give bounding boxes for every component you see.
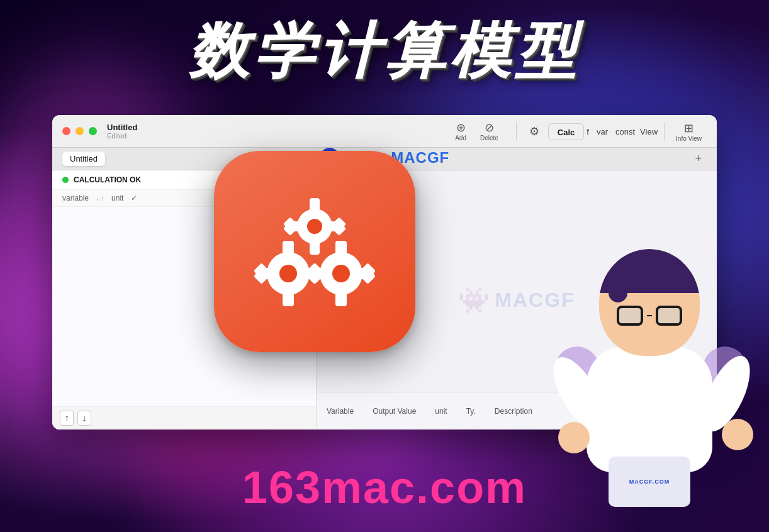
output-col-description: Description [495, 407, 532, 416]
info-view-icon: ⊞ [684, 121, 693, 135]
svg-rect-13 [283, 291, 294, 306]
calc-settings-button[interactable]: ⚙ [523, 123, 546, 140]
maximize-button[interactable] [89, 127, 97, 135]
hand-left [558, 422, 590, 453]
separator-1 [516, 123, 517, 140]
window-title: Untitled [107, 123, 137, 133]
window-subtitle: Edited [107, 132, 137, 140]
view-label: View [640, 127, 658, 136]
unit-col-label: unit [111, 194, 123, 202]
delete-label: Delete [480, 135, 498, 141]
status-dot [62, 177, 69, 183]
output-col-type: Ty. [466, 407, 476, 416]
character-body: MACGF.COM [587, 346, 712, 472]
svg-rect-22 [335, 241, 347, 256]
add-button[interactable]: ⊕ Add [449, 119, 473, 144]
glass-bridge [647, 315, 652, 316]
add-delete-group: ⊕ Add ⊘ Delete [449, 119, 505, 144]
delete-icon: ⊘ [485, 122, 494, 133]
view-labels: f var const [587, 127, 635, 136]
glass-left [617, 306, 643, 326]
variable-col-label: variable [62, 194, 89, 202]
f-label: f [587, 127, 589, 136]
close-button[interactable] [62, 127, 70, 135]
svg-rect-12 [283, 241, 294, 256]
window-title-area: Untitled Edited [107, 123, 137, 140]
svg-point-1 [307, 219, 322, 234]
titlebar: Untitled Edited ⊕ Add ⊘ Delete ⚙ Calc [52, 115, 717, 148]
right-watermark-icon: 👾 [458, 285, 490, 315]
toolbar-right: ⊕ Add ⊘ Delete ⚙ Calc f var const Vie [449, 115, 717, 148]
const-label: const [615, 127, 635, 136]
hand-right [722, 419, 753, 450]
app-icon [214, 151, 415, 352]
character: MACGF.COM [542, 249, 756, 519]
info-view-label: Info View [676, 135, 702, 142]
check-col: ✓ [131, 194, 137, 202]
status-text: CALCULATION OK [74, 175, 141, 184]
var-label: var [597, 127, 608, 136]
calc-button[interactable]: Calc [548, 123, 584, 140]
output-col-unit: unit [435, 407, 447, 416]
svg-rect-3 [310, 241, 320, 255]
output-col-variable: Variable [327, 407, 354, 416]
calc-label: Calc [558, 128, 575, 137]
svg-point-11 [279, 265, 297, 282]
character-head [599, 249, 700, 356]
hair-front [609, 284, 627, 302]
tab-untitled[interactable]: Untitled [62, 152, 105, 166]
page-title: 数学计算模型 [188, 11, 581, 93]
output-col-value: Output Value [373, 407, 416, 416]
delete-button[interactable]: ⊘ Delete [474, 119, 505, 144]
bottom-url: 163mac.com [242, 462, 527, 513]
sort-down-icon[interactable]: ↓ [96, 195, 99, 202]
svg-rect-23 [335, 291, 347, 306]
window-controls [62, 127, 97, 135]
sort-up-icon[interactable]: ↑ [101, 195, 104, 202]
glass-right [656, 306, 682, 326]
glasses [617, 306, 682, 326]
move-up-button[interactable]: ↑ [60, 411, 74, 426]
add-tab-button[interactable]: + [690, 152, 707, 165]
sort-icons: ↓ ↑ [96, 195, 104, 202]
separator-2 [664, 123, 665, 140]
svg-point-21 [332, 265, 350, 282]
bottom-bar: ↑ ↓ [52, 406, 316, 429]
gear-icon: ⚙ [529, 126, 539, 137]
gears-icon [245, 182, 384, 321]
info-view-button[interactable]: ⊞ Info View [671, 119, 707, 145]
shirt-detail: MACGF.COM [609, 457, 690, 507]
app-icon-background [214, 151, 415, 352]
minimize-button[interactable] [76, 127, 84, 135]
add-label: Add [455, 135, 466, 141]
move-down-button[interactable]: ↓ [77, 411, 91, 426]
svg-rect-2 [310, 198, 320, 212]
add-icon: ⊕ [456, 122, 466, 133]
